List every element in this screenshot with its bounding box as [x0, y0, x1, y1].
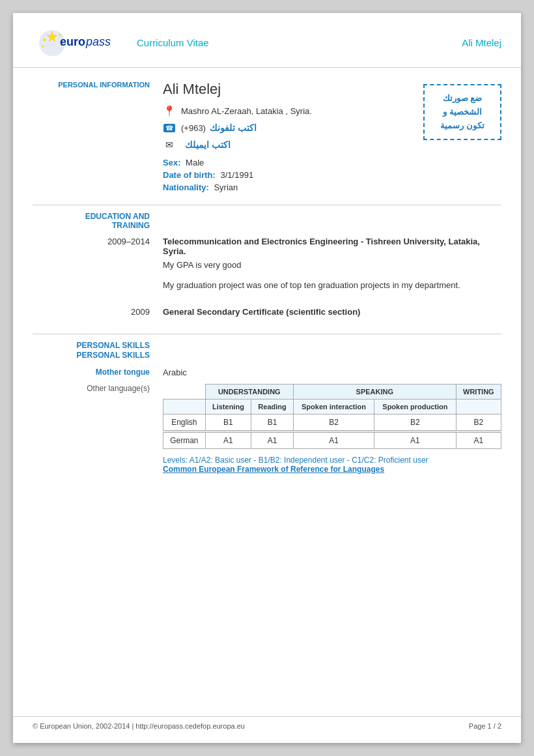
email-placeholder: اكتب ايميلك	[185, 139, 231, 150]
english-row: English B1 B1 B2 B2 B2	[163, 414, 501, 431]
svg-point-3	[43, 38, 46, 41]
nationality-label: Nationality:	[163, 182, 209, 192]
personal-skills-label: PERSONAL SKILLS	[33, 341, 163, 350]
listening-subheader: Listening	[205, 400, 251, 414]
full-name: Ali Mtelej	[163, 81, 410, 98]
other-languages-row: Other language(s) UNDERSTANDING SPEAKING…	[33, 384, 501, 474]
footer-page: Page 1 / 2	[469, 722, 501, 730]
email-row: ✉ اكتب ايميلك	[163, 138, 410, 151]
english-writing: B2	[456, 414, 501, 431]
levels-link[interactable]: Common European Framework of Reference f…	[163, 465, 501, 474]
divider-2	[33, 334, 501, 334]
lang-name-header	[163, 400, 206, 414]
personal-skills-label-text: PERSONAL SKILLS	[77, 351, 150, 360]
german-writing: A1	[456, 433, 501, 449]
education-header: EDUCATION AND TRAINING	[33, 212, 501, 230]
edu-details-2: General Secondary Certificate (scientifi…	[163, 307, 501, 321]
edu-entry-1: 2009–2014 Telecommunication and Electron…	[33, 237, 501, 294]
reading-subheader: Reading	[251, 400, 294, 414]
personal-info-content: Ali Mtelej 📍 Mashro AL-Zeraah, Latakia ,…	[163, 81, 501, 195]
nationality-row: Nationality: Syrian	[163, 182, 410, 192]
header-candidate-name: Ali Mtelej	[462, 37, 501, 48]
dob-value: 3/1/1991	[221, 170, 254, 180]
german-reading: A1	[251, 433, 294, 449]
mother-tongue-label: Mother tongue	[33, 368, 163, 377]
edu-year-1: 2009–2014	[33, 237, 163, 294]
levels-note: Levels: A1/A2: Basic user - B1/B2: Indep…	[163, 456, 501, 465]
other-languages-label: Other language(s)	[33, 384, 163, 474]
europass-logo: euro pass	[33, 25, 117, 61]
location-icon: 📍	[163, 104, 176, 117]
svg-text:pass: pass	[85, 35, 111, 48]
writing-subheader	[456, 400, 501, 414]
personal-skills-heading-row: PERSONAL SKILLS	[33, 350, 501, 360]
edu-entry-2: 2009 General Secondary Certificate (scie…	[33, 307, 501, 321]
german-row: German A1 A1 A1 A1 A1	[163, 433, 501, 449]
personal-info-label: PERSONAL INFORMATION	[33, 81, 163, 195]
svg-point-5	[42, 46, 44, 48]
german-spoken-interaction: A1	[293, 433, 374, 449]
edu-note-1-1: My graduation project was one of top ten…	[163, 280, 501, 290]
photo-placeholder: ضع صورتك الشخصية و تكون رسمية	[423, 84, 501, 140]
sex-row: Sex: Male	[163, 158, 410, 167]
mother-tongue-row: Mother tongue Arabic	[33, 368, 501, 377]
english-reading: B1	[251, 414, 294, 431]
personal-information-section: PERSONAL INFORMATION Ali Mtelej 📍 Mashro…	[33, 81, 501, 195]
german-spoken-production: A1	[374, 433, 457, 449]
sex-value: Male	[186, 158, 204, 167]
personal-skills-empty: PERSONAL SKILLS	[33, 350, 163, 360]
german-listening: A1	[205, 433, 251, 449]
address-text: Mashro AL-Zeraah, Latakia , Syria.	[181, 106, 312, 116]
education-spacer	[163, 212, 501, 230]
phone-row: ☎ (+963) اكتب تلفونك	[163, 121, 410, 134]
lang-table-header-row: UNDERSTANDING SPEAKING WRITING	[163, 385, 501, 400]
personal-skills-heading: PERSONAL SKILLS	[33, 341, 501, 350]
edu-details-1: Telecommunication and Electronics Engine…	[163, 237, 501, 294]
content: PERSONAL INFORMATION Ali Mtelej 📍 Mashro…	[13, 68, 521, 493]
english-spoken-production: B2	[374, 414, 457, 431]
divider-1	[33, 205, 501, 205]
sex-label: Sex:	[163, 158, 180, 167]
writing-header: WRITING	[456, 385, 501, 400]
understanding-header: UNDERSTANDING	[205, 385, 293, 400]
education-label: EDUCATION AND TRAINING	[33, 212, 163, 230]
lang-table-subheader-row: Listening Reading Spoken interaction Spo…	[163, 400, 501, 414]
edu-note-1-0: My GPA is very good	[163, 260, 501, 270]
spoken-interaction-subheader: Spoken interaction	[293, 400, 374, 414]
nationality-value: Syrian	[214, 182, 238, 192]
email-icon: ✉	[163, 138, 176, 151]
dob-row: Date of birth: 3/1/1991	[163, 170, 410, 180]
lang-empty-header	[163, 385, 206, 400]
dob-label: Date of birth:	[163, 170, 216, 180]
phone-placeholder: اكتب تلفونك	[210, 123, 257, 133]
edu-title-1: Telecommunication and Electronics Engine…	[163, 237, 501, 256]
photo-placeholder-line2: تكون رسمية	[434, 119, 490, 133]
speaking-header: SPEAKING	[293, 385, 456, 400]
svg-text:euro: euro	[60, 35, 85, 48]
footer-copyright: © European Union, 2002-2014 | http://eur…	[33, 722, 245, 730]
english-label: English	[163, 414, 206, 431]
phone-prefix: (+963)	[181, 123, 206, 133]
cv-page: euro pass Curriculum Vitae Ali Mtelej PE…	[13, 13, 521, 743]
cv-title: Curriculum Vitae	[137, 37, 209, 48]
german-label: German	[163, 433, 206, 449]
language-table: UNDERSTANDING SPEAKING WRITING Listening…	[163, 384, 501, 449]
language-table-container: UNDERSTANDING SPEAKING WRITING Listening…	[163, 384, 501, 474]
header: euro pass Curriculum Vitae Ali Mtelej	[13, 13, 521, 68]
english-spoken-interaction: B2	[293, 414, 374, 431]
logo-area: euro pass	[33, 25, 117, 61]
address-row: 📍 Mashro AL-Zeraah, Latakia , Syria.	[163, 104, 410, 117]
spoken-production-subheader: Spoken production	[374, 400, 457, 414]
edu-year-2: 2009	[33, 307, 163, 321]
photo-placeholder-line1: ضع صورتك الشخصية و	[434, 92, 490, 119]
ps-spacer	[163, 350, 501, 360]
footer: © European Union, 2002-2014 | http://eur…	[13, 716, 521, 730]
edu-title-2: General Secondary Certificate (scientifi…	[163, 307, 501, 317]
english-listening: B1	[205, 414, 251, 431]
phone-icon: ☎	[163, 121, 176, 134]
mother-tongue-value: Arabic	[163, 368, 501, 377]
header-right: Curriculum Vitae Ali Mtelej	[117, 37, 501, 48]
